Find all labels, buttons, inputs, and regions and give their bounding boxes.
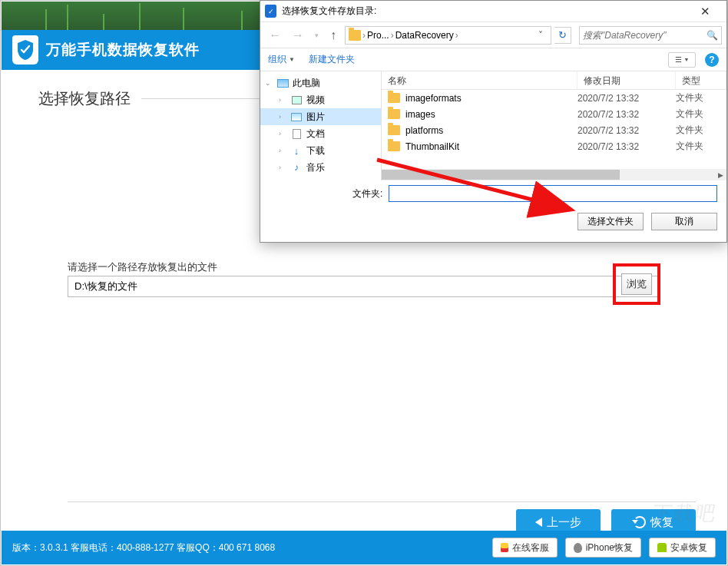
tree-item-video[interactable]: ›视频 <box>260 91 381 108</box>
dialog-title: 选择恢复文件存放目录: <box>282 5 376 18</box>
folder-dialog: 选择恢复文件存放目录: ✕ ← → ▾ ↑ › Pro... › DataRec… <box>260 0 727 243</box>
help-button[interactable]: ? <box>705 53 719 67</box>
file-row[interactable]: images2020/7/2 13:32文件夹 <box>382 106 726 122</box>
col-type[interactable]: 类型 <box>676 71 726 89</box>
arrow-left-icon <box>535 518 542 527</box>
music-icon: ♪ <box>290 162 303 173</box>
download-icon: ↓ <box>290 145 303 156</box>
tree-item-document[interactable]: ›文档 <box>260 125 381 142</box>
breadcrumb-seg[interactable]: DataRecovery <box>395 30 454 41</box>
file-row[interactable]: imageformats2020/7/2 13:32文件夹 <box>382 90 726 106</box>
view-mode-button[interactable]: ☰ ▼ <box>668 52 696 68</box>
file-date: 2020/7/2 13:32 <box>577 125 676 136</box>
caret-right-icon: › <box>279 147 286 154</box>
horizontal-scrollbar[interactable]: ▶ <box>382 169 726 180</box>
caret-right-icon: › <box>279 130 286 137</box>
folder-tree[interactable]: ⌄此电脑 ›视频 ›图片 ›文档 ›↓下载 ›♪音乐 <box>260 71 382 180</box>
browse-button[interactable]: 浏览 <box>621 273 652 295</box>
dialog-titlebar: 选择恢复文件存放目录: ✕ <box>260 1 726 22</box>
folder-icon <box>388 141 400 151</box>
qq-icon <box>501 543 508 552</box>
footer: 版本：3.0.3.1 客服电话：400-888-1277 客服QQ：400 67… <box>2 531 726 564</box>
apple-icon <box>574 543 582 553</box>
dialog-toolbar: 组织 ▼ 新建文件夹 ☰ ▼ ? <box>260 48 726 71</box>
online-support-button[interactable]: 在线客服 <box>492 538 558 558</box>
select-folder-button[interactable]: 选择文件夹 <box>577 213 644 230</box>
organize-menu[interactable]: 组织 ▼ <box>268 53 295 66</box>
iphone-recover-button[interactable]: iPhone恢复 <box>565 538 641 558</box>
android-recover-button[interactable]: 安卓恢复 <box>649 538 716 558</box>
file-name: images <box>405 109 577 120</box>
chevron-right-icon: › <box>455 30 458 41</box>
path-input[interactable] <box>68 276 659 297</box>
file-type: 文件夹 <box>676 91 726 104</box>
folder-icon <box>349 30 361 41</box>
cancel-button[interactable]: 取消 <box>651 213 717 230</box>
android-icon <box>657 543 667 552</box>
breadcrumb[interactable]: › Pro... › DataRecovery › ˅ <box>345 26 551 45</box>
caret-right-icon: › <box>279 113 286 121</box>
file-type: 文件夹 <box>676 124 726 137</box>
browse-highlight: 浏览 <box>613 263 660 305</box>
refresh-icon <box>634 516 646 528</box>
tree-item-picture[interactable]: ›图片 <box>260 108 381 125</box>
col-date[interactable]: 修改日期 <box>577 71 676 89</box>
app-title: 万能手机数据恢复软件 <box>46 40 200 60</box>
caret-down-icon: ⌄ <box>265 79 273 87</box>
new-folder-button[interactable]: 新建文件夹 <box>309 53 355 66</box>
path-label: 请选择一个路径存放恢复出的文件 <box>68 260 217 274</box>
dialog-icon <box>265 5 276 18</box>
chevron-right-icon: › <box>391 30 394 41</box>
prev-button-label: 上一步 <box>547 515 581 530</box>
dialog-nav: ← → ▾ ↑ › Pro... › DataRecovery › ˅ ↻ 🔍 <box>260 22 726 48</box>
breadcrumb-dropdown[interactable]: ˅ <box>534 30 548 41</box>
app-logo-icon <box>12 35 38 65</box>
nav-forward-button: → <box>288 26 308 45</box>
file-type: 文件夹 <box>676 108 726 121</box>
file-name: imageformats <box>405 93 577 104</box>
folder-name-input[interactable] <box>389 185 717 202</box>
section-title: 选择恢复路径 <box>38 88 131 109</box>
file-row[interactable]: ThumbnailKit2020/7/2 13:32文件夹 <box>382 138 726 154</box>
close-button[interactable]: ✕ <box>688 2 722 22</box>
scroll-right-icon[interactable]: ▶ <box>715 169 726 180</box>
search-box[interactable]: 🔍 <box>579 26 722 45</box>
refresh-button[interactable]: ↻ <box>554 27 571 44</box>
folder-icon <box>388 109 400 119</box>
caret-right-icon: › <box>279 96 286 104</box>
tree-item-music[interactable]: ›♪音乐 <box>260 159 381 176</box>
file-name: platforms <box>405 125 577 136</box>
nav-history-dropdown[interactable]: ▾ <box>311 26 322 45</box>
footer-info: 版本：3.0.3.1 客服电话：400-888-1277 客服QQ：400 67… <box>12 541 275 554</box>
folder-icon <box>388 93 400 103</box>
file-date: 2020/7/2 13:32 <box>577 109 676 120</box>
chevron-right-icon: › <box>362 30 366 41</box>
file-type: 文件夹 <box>676 140 726 153</box>
file-date: 2020/7/2 13:32 <box>577 93 676 104</box>
search-icon[interactable]: 🔍 <box>706 30 718 41</box>
file-date: 2020/7/2 13:32 <box>577 141 676 152</box>
folder-field-label: 文件夹: <box>352 187 382 200</box>
divider <box>68 501 696 502</box>
breadcrumb-seg[interactable]: Pro... <box>367 30 389 41</box>
file-list-header[interactable]: 名称 修改日期 类型 <box>382 71 726 90</box>
scrollbar-thumb[interactable] <box>382 170 620 180</box>
folder-icon <box>388 125 400 135</box>
col-name[interactable]: 名称 <box>382 71 577 89</box>
file-row[interactable]: platforms2020/7/2 13:32文件夹 <box>382 122 726 138</box>
file-list: 名称 修改日期 类型 imageformats2020/7/2 13:32文件夹… <box>382 71 726 180</box>
tree-item-thispc[interactable]: ⌄此电脑 <box>260 74 381 91</box>
tree-item-download[interactable]: ›↓下载 <box>260 142 381 159</box>
file-name: ThumbnailKit <box>405 141 577 152</box>
nav-back-button[interactable]: ← <box>265 26 285 45</box>
recover-button-label: 恢复 <box>650 515 673 530</box>
caret-right-icon: › <box>279 164 286 171</box>
chevron-down-icon: ▼ <box>289 56 295 63</box>
nav-up-button[interactable]: ↑ <box>325 27 342 44</box>
search-input[interactable] <box>583 30 706 41</box>
